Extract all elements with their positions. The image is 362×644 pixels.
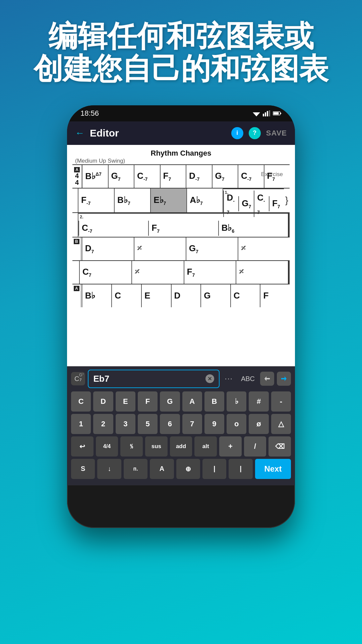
key-alt[interactable]: alt	[194, 436, 217, 457]
chord-cell[interactable]: B♭	[81, 284, 112, 307]
octave-minus-button[interactable]	[260, 372, 274, 386]
header-line1: 编辑任何和弦图表或	[34, 20, 328, 53]
chord-cell[interactable]: B♭7	[114, 189, 150, 212]
key-9[interactable]: 9	[204, 414, 224, 434]
svg-rect-7	[280, 113, 281, 114]
key-down-arrow[interactable]: ↓	[97, 459, 121, 479]
key-1[interactable]: 1	[71, 414, 91, 434]
chord-cell[interactable]: 𝄎	[134, 237, 186, 260]
chord-cell[interactable]: D7	[81, 237, 134, 260]
chord-cell[interactable]: C	[111, 284, 141, 307]
section-a2-marker: A	[74, 286, 79, 291]
chord-cell[interactable]: B♭6	[218, 221, 288, 236]
key-barline[interactable]: |	[202, 459, 226, 479]
key-time-sig[interactable]: 4/4	[96, 436, 118, 457]
chord-cell[interactable]: B♭Δ7	[82, 165, 108, 188]
plus-icon	[280, 375, 288, 383]
help-button[interactable]: ?	[249, 127, 261, 139]
key-crosshair[interactable]: ⊕	[176, 459, 200, 479]
chord-cell[interactable]: D	[171, 284, 201, 307]
chord-row-b: B D7 𝄎 G7 𝄎	[72, 237, 290, 260]
chord-cell[interactable]: C-7	[78, 221, 148, 236]
prev-chord-superscript: G⁷	[79, 373, 84, 377]
svg-rect-2	[265, 112, 266, 116]
abc-button[interactable]: ABC	[238, 374, 257, 384]
chord-cell[interactable]: 𝄎	[131, 261, 184, 284]
key-7[interactable]: 7	[182, 414, 202, 434]
key-triangle[interactable]: △	[271, 414, 291, 434]
chord-cell[interactable]: F7	[184, 261, 236, 284]
special-keys-row: ↩ 4/4 ﹪ sus add alt + / ⌫	[71, 436, 291, 457]
chord-cell[interactable]: C-7	[134, 165, 160, 188]
next-button[interactable]: Next	[255, 459, 291, 479]
svg-rect-1	[263, 114, 264, 116]
svg-rect-4	[269, 110, 270, 116]
chord-cell-highlighted[interactable]: E♭7	[150, 189, 186, 212]
key-add[interactable]: add	[170, 436, 192, 457]
chord-cell[interactable]: A♭7	[186, 189, 223, 212]
key-halfdiminished[interactable]: ø	[249, 414, 268, 434]
key-A[interactable]: A	[150, 459, 174, 479]
key-F[interactable]: F	[138, 391, 158, 412]
key-segment[interactable]: п.	[124, 459, 147, 479]
svg-rect-6	[274, 112, 279, 114]
chord-cell[interactable]: G7	[238, 196, 254, 211]
chord-row-3: 2. C-7 F7 B♭6	[72, 212, 290, 237]
chord-cell[interactable]: G7	[186, 237, 238, 260]
chord-cell[interactable]: D-7	[186, 165, 212, 188]
prev-chord-button[interactable]: G⁷ C₇	[71, 372, 85, 385]
chord-cell[interactable]: F7	[148, 221, 218, 236]
key-G[interactable]: G	[160, 391, 180, 412]
chord-input-field[interactable]: Eb7 ✕	[88, 370, 219, 388]
key-o[interactable]: o	[227, 414, 246, 434]
chord-cell[interactable]: C7	[79, 261, 131, 284]
chord-cell[interactable]: E	[141, 284, 171, 307]
key-A[interactable]: A	[182, 391, 202, 412]
key-B[interactable]: B	[204, 391, 224, 412]
key-flat[interactable]: ♭	[227, 391, 246, 412]
key-dash[interactable]: -	[271, 391, 291, 412]
chord-cell[interactable]: F-7	[78, 189, 114, 212]
key-undo[interactable]: ↩	[71, 436, 94, 457]
key-5[interactable]: 5	[138, 414, 158, 434]
key-D[interactable]: D	[93, 391, 113, 412]
chord-cell[interactable]: F	[260, 284, 290, 307]
chord-cell[interactable]: F7	[160, 165, 186, 188]
chord-cell[interactable]: F7	[269, 196, 284, 211]
octave-plus-button[interactable]	[277, 372, 291, 386]
app-bar: ← Editor i ? SAVE	[67, 121, 295, 145]
chord-cell[interactable]: 𝄎	[238, 237, 290, 260]
back-button[interactable]: ←	[75, 128, 84, 139]
header-line2: 创建您自己的和弦图表	[34, 53, 328, 85]
chord-cell[interactable]: C	[230, 284, 260, 307]
key-E[interactable]: E	[116, 391, 135, 412]
key-sharp[interactable]: #	[249, 391, 268, 412]
chord-row-c: C7 𝄎 F7 𝄎	[72, 260, 290, 284]
signal-icon	[263, 110, 270, 116]
key-slash-percent[interactable]: ﹪	[120, 436, 143, 457]
minus-icon	[263, 375, 271, 383]
key-barline2[interactable]: |	[229, 459, 252, 479]
info-button[interactable]: i	[231, 127, 243, 139]
save-button[interactable]: SAVE	[266, 129, 287, 138]
svg-rect-3	[267, 111, 268, 116]
key-6[interactable]: 6	[160, 414, 180, 434]
time-signature: 44	[74, 172, 80, 186]
chord-cell[interactable]: G7	[212, 165, 238, 188]
key-3[interactable]: 3	[116, 414, 135, 434]
chord-cell[interactable]: G	[200, 284, 230, 307]
chord-cell[interactable]: 𝄎	[236, 261, 288, 284]
keyboard-area: G⁷ C₇ Eb7 ✕ ··· ABC	[67, 366, 295, 485]
key-sus[interactable]: sus	[145, 436, 168, 457]
chord-cell[interactable]: G7	[108, 165, 134, 188]
dots-button[interactable]: ···	[222, 373, 236, 384]
key-plus[interactable]: +	[219, 436, 242, 457]
clear-button[interactable]: ✕	[205, 374, 214, 383]
chord-cell[interactable]: F7	[264, 165, 290, 188]
key-S[interactable]: S	[71, 459, 95, 479]
key-C[interactable]: C	[71, 391, 91, 412]
key-backspace[interactable]: ⌫	[268, 436, 291, 457]
key-slash[interactable]: /	[244, 436, 266, 457]
chord-cell[interactable]: C-7	[238, 165, 263, 188]
key-2[interactable]: 2	[93, 414, 113, 434]
